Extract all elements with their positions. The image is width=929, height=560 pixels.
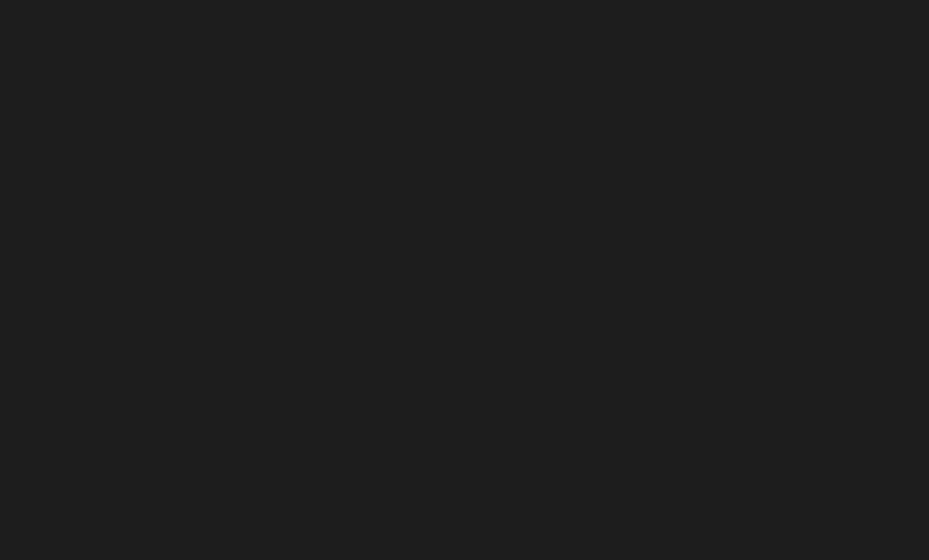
blender-window xyxy=(0,0,929,560)
